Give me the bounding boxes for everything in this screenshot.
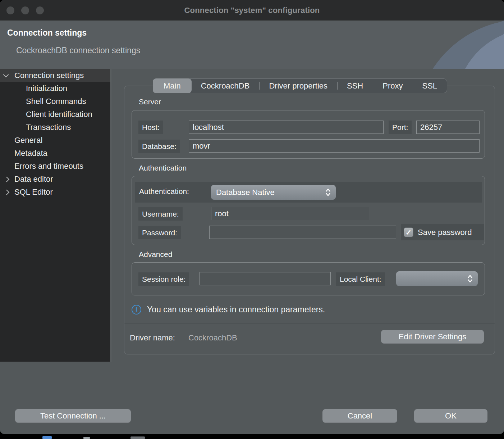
tree-item-shell-commands[interactable]: Shell Commands — [0, 95, 110, 108]
session-role-input[interactable] — [200, 272, 331, 285]
chevron-right-icon[interactable] — [4, 177, 10, 182]
server-group: Host: Port: Database: — [132, 110, 485, 159]
close-button[interactable] — [6, 6, 14, 14]
authentication-section-label: Authentication — [139, 164, 187, 172]
host-input[interactable] — [189, 121, 384, 134]
cancel-button[interactable]: Cancel — [322, 409, 397, 423]
dock-fragment — [83, 437, 90, 439]
database-input[interactable] — [189, 139, 480, 153]
decorative-swoosh — [411, 21, 504, 69]
tab-ssl[interactable]: SSL — [413, 79, 447, 93]
main-tab-content: Server Host: Port: Database: Authenticat… — [124, 86, 495, 354]
tree-item-connection-settings[interactable]: Connection settings — [0, 69, 110, 82]
host-label: Host: — [138, 121, 163, 134]
local-client-label: Local Client: — [336, 272, 385, 286]
page-title: Connection settings — [7, 28, 87, 38]
tree-item-data-editor[interactable]: Data editor — [0, 173, 110, 186]
tree-item-initialization[interactable]: Initialization — [0, 82, 110, 95]
tab-cockroachdb[interactable]: CockroachDB — [191, 79, 260, 93]
authentication-group: Authentication: Database Native Username… — [132, 176, 485, 245]
edit-driver-settings-button[interactable]: Edit Driver Settings — [381, 330, 484, 344]
driver-name-value: CockroachDB — [188, 333, 237, 343]
tree-item-transactions[interactable]: Transactions — [0, 121, 110, 134]
connection-config-dialog: Connection "system" configuration Connec… — [0, 0, 504, 434]
tab-driver-properties[interactable]: Driver properties — [259, 79, 337, 93]
tree-item-client-identification[interactable]: Client identification — [0, 108, 110, 121]
save-password-checkbox[interactable] — [404, 227, 413, 237]
server-section-label: Server — [139, 98, 161, 106]
tab-proxy[interactable]: Proxy — [373, 79, 412, 93]
local-client-select[interactable] — [396, 271, 478, 286]
test-connection-button[interactable]: Test Connection ... — [15, 409, 131, 423]
tree-item-errors-and-timeouts[interactable]: Errors and timeouts — [0, 160, 110, 173]
tree-item-metadata[interactable]: Metadata — [0, 147, 110, 160]
title-bar: Connection "system" configuration — [0, 0, 504, 21]
dialog-header: Connection settings CockroachDB connecti… — [0, 21, 504, 69]
main-pane: Main CockroachDB Driver properties SSH P… — [111, 69, 504, 362]
chevron-down-icon[interactable] — [3, 72, 9, 78]
settings-tree: Connection settings Initialization Shell… — [0, 69, 110, 362]
info-message-row: i You can use variables in connection pa… — [132, 305, 325, 314]
driver-name-label: Driver name: — [130, 333, 175, 343]
authentication-label: Authentication: — [139, 187, 189, 196]
password-label: Password: — [138, 226, 181, 239]
dock-fragment — [130, 436, 145, 439]
port-input[interactable] — [416, 121, 480, 134]
session-role-label: Session role: — [138, 272, 189, 286]
zoom-button[interactable] — [36, 6, 44, 14]
username-label: Username: — [138, 207, 183, 221]
ok-button[interactable]: OK — [414, 409, 487, 423]
page-subtitle: CockroachDB connection settings — [16, 46, 140, 55]
password-input[interactable] — [209, 226, 396, 239]
window-title: Connection "system" configuration — [184, 6, 320, 15]
info-message: You can use variables in connection para… — [147, 305, 325, 314]
advanced-group: Session role: Local Client: — [132, 262, 485, 295]
traffic-lights — [6, 6, 44, 14]
username-input[interactable] — [211, 207, 369, 220]
up-down-chevron-icon — [325, 188, 331, 196]
advanced-section-label: Advanced — [139, 250, 172, 259]
up-down-chevron-icon — [467, 275, 473, 283]
database-label: Database: — [138, 140, 180, 153]
tab-main[interactable]: Main — [153, 78, 192, 93]
chevron-right-icon[interactable] — [4, 190, 10, 195]
minimize-button[interactable] — [21, 6, 29, 14]
port-label: Port: — [389, 121, 412, 134]
driver-row: Driver name: CockroachDB Edit Driver Set… — [124, 323, 495, 354]
info-circle-icon: i — [132, 305, 141, 314]
save-password-label: Save password — [418, 228, 472, 237]
tab-ssh[interactable]: SSH — [337, 79, 373, 93]
connection-tabs: Main CockroachDB Driver properties SSH P… — [153, 78, 447, 93]
save-password-band: Save password — [401, 224, 484, 240]
dock-fragment — [42, 436, 52, 439]
tree-item-sql-editor[interactable]: SQL Editor — [0, 186, 110, 199]
tree-item-general[interactable]: General — [0, 134, 110, 147]
authentication-select[interactable]: Database Native — [211, 185, 336, 200]
